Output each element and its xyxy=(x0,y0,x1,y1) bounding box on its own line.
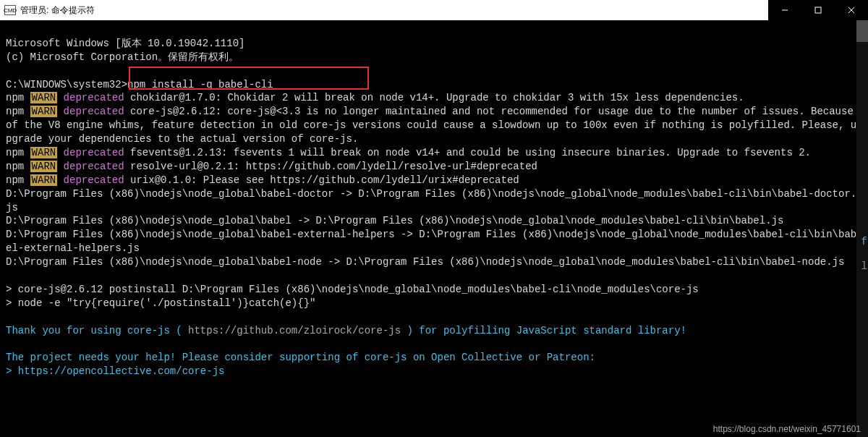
npm-prefix: npm xyxy=(6,92,30,103)
deprecated-label: deprecated xyxy=(57,161,124,172)
sidebar-annotation: f l xyxy=(861,230,867,279)
npm-prefix: npm xyxy=(6,106,30,117)
npm-prefix: npm xyxy=(6,161,30,172)
command-text: npm install -g babel-cli xyxy=(127,79,273,90)
warn-badge: WARN xyxy=(30,92,58,103)
prompt: C:\WINDOWS\system32> xyxy=(6,79,127,90)
deprecated-label: deprecated xyxy=(57,174,124,186)
deprecated-label: deprecated xyxy=(57,106,124,117)
minimize-button[interactable] xyxy=(768,0,801,20)
support-url: > https://opencollective.com/core-js xyxy=(6,365,224,377)
titlebar-left: CMD 管理员: 命令提示符 xyxy=(4,4,95,17)
warn-text: fsevents@1.2.13: fsevents 1 will break o… xyxy=(124,147,811,158)
titlebar-buttons xyxy=(768,0,868,20)
deprecated-label: deprecated xyxy=(57,147,124,158)
warn-text: chokidar@1.7.0: Chokidar 2 will break on… xyxy=(124,92,744,103)
path-line: D:\Program Files (x86)\nodejs\node_globa… xyxy=(6,215,783,226)
npm-prefix: npm xyxy=(6,147,30,158)
warn-text: resolve-url@0.2.1: https://github.com/ly… xyxy=(124,161,537,172)
warn-badge: WARN xyxy=(30,106,58,117)
window-title: 管理员: 命令提示符 xyxy=(20,4,95,17)
thank-text: ) for polyfilling JavaScript standard li… xyxy=(401,325,686,336)
thank-url: https://github.com/zloirock/core-js xyxy=(188,325,401,336)
terminal-output[interactable]: Microsoft Windows [版本 10.0.19042.1110] (… xyxy=(0,20,868,381)
svg-rect-1 xyxy=(815,7,821,13)
postinstall-line: > core-js@2.6.12 postinstall D:\Program … xyxy=(6,284,699,295)
scrollbar[interactable] xyxy=(856,20,868,437)
close-button[interactable] xyxy=(835,0,868,20)
version-line: Microsoft Windows [版本 10.0.19042.1110] xyxy=(6,38,244,49)
watermark: https://blog.csdn.net/weixin_45771601 xyxy=(713,424,861,434)
warn-text: core-js@2.6.12: core-js@<3.3 is no longe… xyxy=(6,106,859,145)
maximize-button[interactable] xyxy=(801,0,835,20)
path-line: D:\Program Files (x86)\nodejs\node_globa… xyxy=(6,256,844,268)
path-line: D:\Program Files (x86)\nodejs\node_globa… xyxy=(6,229,856,254)
window-titlebar: CMD 管理员: 命令提示符 xyxy=(0,0,868,20)
path-line: D:\Program Files (x86)\nodejs\node_globa… xyxy=(6,188,856,213)
npm-prefix: npm xyxy=(6,174,30,186)
deprecated-label: deprecated xyxy=(57,92,124,103)
warn-badge: WARN xyxy=(30,147,58,158)
scrollbar-thumb[interactable] xyxy=(856,20,868,42)
copyright-line: (c) Microsoft Corporation。保留所有权利。 xyxy=(6,51,239,63)
postinstall-line: > node -e "try{require('./postinstall')}… xyxy=(6,297,315,309)
warn-badge: WARN xyxy=(30,161,58,172)
warn-text: urix@0.1.0: Please see https://github.co… xyxy=(124,174,519,186)
thank-text: Thank you for using core-js ( xyxy=(6,325,188,336)
cmd-icon: CMD xyxy=(4,5,16,15)
support-text: The project needs your help! Please cons… xyxy=(6,352,595,363)
warn-badge: WARN xyxy=(30,174,58,186)
